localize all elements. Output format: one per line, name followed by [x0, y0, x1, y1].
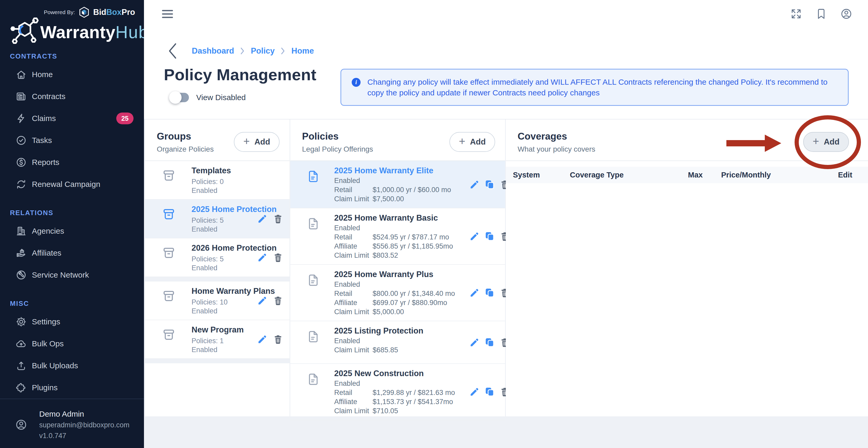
coverage-column-edit: Edit: [789, 171, 852, 179]
sidebar-item-label: Home: [32, 70, 53, 79]
edit-pencil-icon[interactable]: [469, 337, 480, 348]
bookmark-icon[interactable]: [815, 8, 827, 20]
brand-warranty-text: Warranty: [40, 22, 116, 42]
copy-icon[interactable]: [485, 231, 495, 241]
policy-detail-label: Claim Limit: [334, 195, 373, 204]
sidebar-item-label: Agencies: [32, 227, 64, 236]
delete-trash-icon[interactable]: [273, 252, 283, 263]
plus-icon: +: [813, 135, 819, 148]
sidebar-item-home[interactable]: Home: [0, 63, 144, 86]
policy-detail-row: Claim Limit$710.05: [334, 407, 455, 416]
policy-item[interactable]: 2025 Listing ProtectionEnabledClaim Limi…: [290, 321, 505, 364]
delete-trash-icon[interactable]: [273, 295, 283, 306]
sidebar-item-renewal-campaign[interactable]: Renewal Campaign: [0, 173, 144, 195]
policy-detail-value: $800.00 yr / $1,348.40 mo: [373, 289, 455, 298]
policy-item[interactable]: 2025 Home Warranty EliteEnabledRetail$1,…: [290, 161, 505, 208]
group-item[interactable]: New ProgramPolicies: 1Enabled: [145, 320, 289, 359]
sidebar-item-label: Service Network: [32, 271, 89, 279]
breadcrumb: Dashboard Policy Home: [192, 46, 314, 56]
policy-detail-value: $710.05: [373, 407, 398, 416]
policy-detail-row: Claim Limit$685.85: [334, 346, 423, 355]
copy-icon[interactable]: [485, 288, 495, 298]
policy-detail-label: Enabled: [334, 336, 373, 346]
policy-name: 2025 Home Warranty Plus: [334, 269, 455, 279]
add-policy-button[interactable]: +Add: [450, 132, 495, 152]
sidebar-item-reports[interactable]: Reports: [0, 151, 144, 173]
list-separator: [145, 359, 289, 363]
back-chevron-icon[interactable]: [168, 43, 177, 59]
policy-item[interactable]: 2025 Home Warranty BasicEnabledRetail$52…: [290, 208, 505, 265]
sidebar-item-affiliates[interactable]: Affiliates: [0, 242, 144, 264]
policy-detail-label: Retail: [334, 185, 373, 195]
edit-pencil-icon[interactable]: [469, 387, 480, 397]
policy-detail-value: $524.95 yr / $787.17 mo: [373, 233, 449, 242]
sidebar-item-label: Plugins: [32, 383, 58, 392]
group-item[interactable]: 2025 Home ProtectionPolicies: 5Enabled: [145, 200, 289, 238]
policy-detail-row: Enabled: [334, 379, 455, 388]
add-group-button[interactable]: +Add: [234, 132, 280, 152]
coverages-table-header: SystemCoverage TypeMaxPrice/MonthlyEdit: [506, 167, 868, 183]
breadcrumb-dashboard[interactable]: Dashboard: [192, 46, 234, 56]
sidebar-item-plugins[interactable]: Plugins: [0, 377, 144, 398]
group-name: New Program: [191, 325, 244, 334]
copy-icon[interactable]: [485, 337, 495, 348]
edit-pencil-icon[interactable]: [257, 213, 268, 224]
group-status: Enabled: [191, 264, 277, 272]
group-policies-count: Policies: 0: [191, 177, 231, 186]
breadcrumb-home[interactable]: Home: [291, 46, 314, 56]
sidebar-item-agencies[interactable]: Agencies: [0, 220, 144, 242]
main-area: Dashboard Policy Home Policy Management …: [144, 0, 868, 448]
sidebar-item-service-network[interactable]: Service Network: [0, 264, 144, 286]
group-item[interactable]: TemplatesPolicies: 0Enabled: [145, 161, 289, 200]
edit-pencil-icon[interactable]: [469, 231, 480, 241]
hamburger-menu-icon[interactable]: [162, 10, 173, 18]
coverages-panel: Coverages What your policy covers +Add S…: [506, 119, 868, 416]
sidebar-item-contracts[interactable]: Contracts: [0, 86, 144, 108]
groups-panel: Groups Organize Policies +Add TemplatesP…: [145, 119, 289, 416]
sidebar-item-claims[interactable]: Claims25: [0, 108, 144, 129]
sidebar-item-bulk-ops[interactable]: Bulk Ops: [0, 333, 144, 355]
sidebar-item-bulk-uploads[interactable]: Bulk Uploads: [0, 355, 144, 377]
policy-detail-label: Affiliate: [334, 242, 373, 251]
policy-detail-row: Enabled: [334, 336, 423, 346]
policy-detail-label: Enabled: [334, 379, 373, 388]
sidebar-item-tasks[interactable]: Tasks: [0, 129, 144, 151]
user-email: superadmin@bidboxpro.com: [39, 421, 130, 429]
account-icon[interactable]: [840, 8, 852, 20]
coverage-column-system: System: [513, 171, 570, 179]
chevron-right-icon: [281, 47, 285, 55]
edit-pencil-icon[interactable]: [257, 334, 268, 345]
view-disabled-toggle[interactable]: [172, 93, 189, 102]
page-title: Policy Management: [164, 65, 316, 84]
delete-trash-icon[interactable]: [273, 213, 283, 224]
copy-icon[interactable]: [485, 179, 495, 190]
app-version: v1.0.747: [39, 432, 130, 440]
delete-trash-icon[interactable]: [273, 334, 283, 345]
user-name: Demo Admin: [39, 410, 130, 418]
warrantyhub-logo-icon: [8, 16, 41, 48]
policy-item[interactable]: 2025 New ConstructionEnabledRetail$1,299…: [290, 364, 505, 420]
group-item[interactable]: Home Warranty PlansPolicies: 10Enabled: [145, 281, 289, 320]
sidebar-item-settings[interactable]: Settings: [0, 311, 144, 333]
policy-detail-label: Enabled: [334, 223, 373, 233]
policy-item[interactable]: 2025 Home Warranty PlusEnabledRetail$800…: [290, 265, 505, 321]
user-avatar-icon: [15, 419, 27, 431]
fullscreen-icon[interactable]: [790, 8, 802, 20]
add-coverage-button[interactable]: +Add: [803, 132, 849, 152]
edit-pencil-icon[interactable]: [257, 252, 268, 263]
edit-pencil-icon[interactable]: [469, 179, 480, 190]
copy-icon[interactable]: [485, 387, 495, 397]
policy-detail-value: $699.07 yr / $880.90mo: [373, 298, 447, 307]
breadcrumb-policy[interactable]: Policy: [251, 46, 275, 56]
sidebar-item-label: Claims: [32, 114, 56, 123]
brand-hub-text: Hub: [116, 22, 149, 42]
policy-detail-row: Retail$800.00 yr / $1,348.40 mo: [334, 289, 455, 298]
edit-pencil-icon[interactable]: [469, 288, 480, 298]
group-policies-count: Policies: 1: [191, 336, 244, 345]
sidebar-item-label: Renewal Campaign: [32, 180, 100, 189]
policy-detail-value: $556.85 yr / $1,185.95mo: [373, 242, 453, 251]
claims-bolt-icon: [16, 113, 27, 124]
edit-pencil-icon[interactable]: [257, 295, 268, 306]
user-block[interactable]: Demo Admin superadmin@bidboxpro.com v1.0…: [15, 410, 134, 440]
group-item[interactable]: 2026 Home ProtectionPolicies: 5Enabled: [145, 238, 289, 277]
